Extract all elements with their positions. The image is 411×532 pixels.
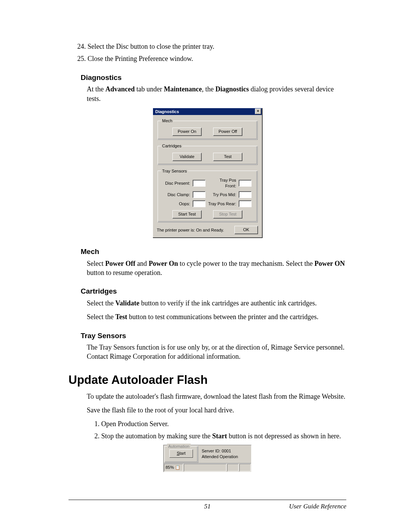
cartridges-legend: Cartridges: [161, 143, 183, 149]
bold-text: Validate: [115, 299, 139, 307]
disc-clamp-label: Disc Clamp:: [164, 192, 190, 198]
dialog-status: The printer power is: On and Ready.: [157, 227, 224, 233]
text: Stop the automation by making sure the: [101, 432, 212, 440]
text: Select the: [87, 299, 115, 307]
update-step: Stop the automation by making sure the S…: [101, 431, 346, 441]
automation-legend: Automation: [167, 444, 191, 449]
tray-sensors-paragraph: The Tray Sensors function is for use onl…: [87, 343, 346, 361]
bold-text: Power On: [149, 260, 178, 267]
step-list: Select the Disc button to close the prin…: [68, 42, 346, 64]
bold-text: Maintenance: [164, 85, 202, 93]
pos-front-label: Tray Pos Front:: [208, 177, 236, 189]
footer-reference: User Guide Reference: [289, 502, 346, 511]
update-step: Open Production Server.: [101, 419, 346, 428]
update-p2: Save the flash file to the root of your …: [87, 406, 346, 415]
bold-text: Power ON: [314, 260, 345, 267]
status-bar: 85% 📋: [164, 463, 251, 472]
text: button to test communications between th…: [127, 313, 318, 321]
mech-paragraph: Select Power Off and Power On to cycle p…: [87, 259, 346, 278]
dialog-title: Diagnostics: [155, 108, 179, 115]
percent-value: 85%: [166, 465, 174, 470]
ok-button[interactable]: OK: [234, 226, 258, 234]
text: Open Production Server.: [101, 420, 169, 428]
stop-test-button[interactable]: Stop Test: [213, 210, 242, 219]
disc-present-label: Disc Present:: [164, 181, 190, 186]
tray-sensors-group: Tray Sensors Disc Present: Tray Pos Fron…: [158, 168, 257, 222]
close-icon[interactable]: ×: [255, 109, 261, 114]
underline: S: [177, 451, 179, 455]
validate-button[interactable]: Validate: [172, 153, 202, 161]
tray-sensors-legend: Tray Sensors: [161, 168, 188, 174]
cartridges-p1: Select the Validate button to verify if …: [87, 299, 346, 308]
step-item: Close the Printing Preference window.: [88, 54, 346, 63]
heading-mech: Mech: [81, 247, 346, 257]
text: Select the: [87, 313, 115, 321]
pos-rear-label: Tray Pos Rear:: [208, 201, 236, 207]
disc-present-field: [193, 180, 206, 187]
step-text: Close the Printing Preference window.: [88, 55, 193, 62]
text: button is not depressed as shown in here…: [227, 432, 341, 440]
pos-mid-field: [239, 191, 252, 198]
cartridges-group: Cartridges Validate Test: [158, 143, 257, 165]
pos-front-field: [239, 180, 252, 187]
automation-info: Server ID: 0001 Attended Operation: [201, 446, 250, 462]
power-on-button[interactable]: Power On: [172, 128, 202, 136]
text: At the: [87, 85, 105, 93]
update-p1: To update the autoloader's flash firmwar…: [87, 392, 346, 401]
text: button to verify if the ink cartridges a…: [139, 299, 317, 307]
bold-text: Advanced: [105, 85, 135, 93]
cartridges-p2: Select the Test button to test communica…: [87, 312, 346, 321]
text: , the: [202, 85, 215, 93]
automation-group: Automation Start: [164, 446, 198, 462]
automation-start-button[interactable]: Start: [169, 449, 193, 458]
pos-mid-label: Try Pos Mid:: [208, 192, 236, 198]
oops-label: Oops:: [164, 201, 190, 207]
bold-text: Test: [115, 313, 127, 321]
mech-legend: Mech: [161, 118, 174, 124]
disc-clamp-field: [193, 191, 206, 198]
step-item: Select the Disc button to close the prin…: [88, 42, 346, 51]
bold-text: Diagnostics: [215, 85, 249, 93]
step-text: Select the Disc button to close the prin…: [88, 43, 214, 50]
mech-group: Mech Power On Power Off: [158, 118, 257, 139]
text: Select: [87, 260, 105, 267]
dialog-titlebar: Diagnostics ×: [153, 108, 262, 115]
page-footer: 51 User Guide Reference: [68, 500, 346, 511]
power-off-button[interactable]: Power Off: [213, 128, 242, 136]
diagnostics-intro: At the Advanced tab under Maintenance, t…: [87, 85, 346, 103]
test-button[interactable]: Test: [213, 153, 242, 161]
heading-diagnostics: Diagnostics: [81, 73, 346, 83]
operation-mode: Attended Operation: [202, 454, 250, 460]
bold-text: Power Off: [105, 260, 135, 267]
heading-tray-sensors: Tray Sensors: [81, 331, 346, 341]
heading-update-autoloader: Update Autoloader Flash: [68, 372, 346, 388]
text: tab under: [135, 85, 164, 93]
start-test-button[interactable]: Start Test: [172, 210, 202, 219]
server-id: Server ID: 0001: [202, 448, 250, 454]
diagnostics-dialog: Diagnostics × Mech Power On Power Off Ca…: [153, 108, 262, 238]
bold-text: Start: [212, 432, 227, 440]
clipboard-icon: 📋: [175, 465, 180, 470]
text: button to resume operation.: [87, 269, 162, 276]
oops-field: [193, 200, 206, 207]
heading-cartridges: Cartridges: [81, 286, 346, 296]
text: and: [135, 260, 149, 267]
pos-rear-field: [239, 200, 252, 207]
text: to cycle power to the tray mechanism. Se…: [178, 260, 314, 267]
update-steps: Open Production Server. Stop the automat…: [90, 419, 346, 441]
automation-panel: Automation Start Server ID: 0001 Attende…: [163, 445, 252, 472]
